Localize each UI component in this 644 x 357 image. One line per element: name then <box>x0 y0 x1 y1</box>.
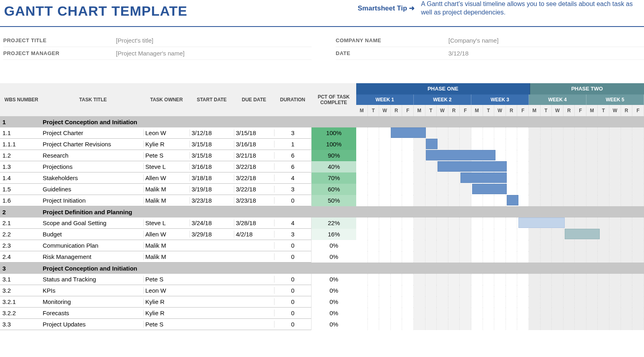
col-header-title: TASK TITLE <box>43 97 143 103</box>
gantt-row <box>356 240 644 251</box>
task-row[interactable]: 3.2.2ForecastsKylie R00% <box>0 308 356 319</box>
gantt-row <box>356 296 644 308</box>
task-row[interactable]: 1.5GuidelinesMalik M3/19/183/22/18360% <box>0 184 356 195</box>
day-header: R <box>391 105 402 116</box>
week-header: WEEK 3 <box>471 94 529 105</box>
day-header: W <box>437 105 448 116</box>
day-header: T <box>483 105 495 116</box>
col-header-start: START DATE <box>190 97 234 103</box>
week-header: WEEK 1 <box>356 94 414 105</box>
date-label: DATE <box>336 50 448 56</box>
page-title: GANTT CHART TEMPLATE <box>0 0 358 24</box>
task-row[interactable]: 3.3Project UpdatesPete S00% <box>0 319 356 330</box>
gantt-row <box>356 195 644 206</box>
week-header: WEEK 2 <box>414 94 471 105</box>
company-name-value[interactable]: [Company's name] <box>448 37 499 44</box>
gantt-row <box>356 150 644 161</box>
project-title-label: PROJECT TITLE <box>3 37 116 43</box>
col-header-owner: TASK OWNER <box>143 97 190 103</box>
task-row[interactable]: 2.3Communication PlanMalik M00% <box>0 240 356 251</box>
gantt-row <box>356 139 644 150</box>
day-header: M <box>471 105 483 116</box>
gantt-bar[interactable] <box>565 229 599 239</box>
day-header: F <box>517 105 529 116</box>
task-row[interactable]: 2.4Risk ManagementMalik M00% <box>0 251 356 263</box>
day-header: R <box>564 105 575 116</box>
gantt-row <box>356 285 644 296</box>
gantt-row <box>356 251 644 263</box>
col-header-duration: DURATION <box>274 97 311 103</box>
gantt-row <box>356 229 644 240</box>
day-header: R <box>621 105 633 116</box>
gantt-row <box>356 308 644 319</box>
day-header: T <box>541 105 552 116</box>
day-header: W <box>552 105 564 116</box>
gantt-bar[interactable] <box>518 217 565 228</box>
gantt-row <box>356 116 644 127</box>
task-row[interactable]: 1.4StakeholdersAllen W3/18/183/22/18470% <box>0 172 356 184</box>
day-header: F <box>460 105 471 116</box>
day-header: M <box>529 105 541 116</box>
gantt-bar[interactable] <box>472 184 507 194</box>
gantt-bar[interactable] <box>507 195 518 205</box>
day-header: F <box>575 105 586 116</box>
day-header: F <box>632 105 644 116</box>
day-header: W <box>494 105 506 116</box>
gantt-row <box>356 127 644 139</box>
week-header: WEEK 5 <box>586 94 644 105</box>
gantt-row <box>356 263 644 274</box>
week-header: WEEK 4 <box>529 94 586 105</box>
gantt-row <box>356 206 644 217</box>
day-header: R <box>506 105 518 116</box>
task-row[interactable]: 1.6Project InitiationMalik M3/23/183/23/… <box>0 195 356 206</box>
tip-text: A Gantt chart's visual timeline allows y… <box>421 0 638 17</box>
task-row[interactable]: 1.1.1Project Charter RevisionsKylie R3/1… <box>0 139 356 150</box>
day-header: F <box>402 105 414 116</box>
task-row[interactable]: 3.2KPIsLeon W00% <box>0 285 356 296</box>
task-table: WBS NUMBER TASK TITLE TASK OWNER START D… <box>0 83 356 330</box>
col-header-due: DUE DATE <box>234 97 274 103</box>
project-manager-value[interactable]: [Project Manager's name] <box>116 50 184 57</box>
gantt-bar[interactable] <box>460 172 507 183</box>
day-header: W <box>609 105 621 116</box>
gantt-row <box>356 161 644 172</box>
day-header: M <box>356 105 368 116</box>
task-row[interactable]: 2.1Scope and Goal SettingSteve L3/24/183… <box>0 217 356 229</box>
section-row: 1Project Conception and Initiation <box>0 116 356 127</box>
task-row[interactable]: 1.1Project CharterLeon W3/12/183/15/1831… <box>0 127 356 139</box>
gantt-bar[interactable] <box>426 139 438 149</box>
task-row[interactable]: 3.1Status and TrackingPete S00% <box>0 274 356 285</box>
section-row: 2Project Definition and Planning <box>0 206 356 217</box>
gantt-bar[interactable] <box>391 127 425 138</box>
gantt-bar[interactable] <box>426 150 495 160</box>
date-value[interactable]: 3/12/18 <box>448 50 469 57</box>
gantt-row <box>356 217 644 229</box>
section-row: 3Project Conception and Initiation <box>0 263 356 274</box>
phase-header: PHASE ONE <box>356 83 530 94</box>
gantt-row <box>356 319 644 330</box>
day-header: R <box>448 105 460 116</box>
col-header-pct: PCT OF TASK COMPLETE <box>311 94 356 105</box>
task-row[interactable]: 3.2.1MonitoringKylie R00% <box>0 296 356 308</box>
gantt-timeline: PHASE ONEPHASE TWOWEEK 1WEEK 2WEEK 3WEEK… <box>356 83 644 330</box>
company-name-label: COMPANY NAME <box>336 37 448 43</box>
gantt-row <box>356 274 644 285</box>
gantt-row <box>356 184 644 195</box>
day-header: M <box>414 105 425 116</box>
gantt-bar[interactable] <box>438 161 507 172</box>
project-manager-label: PROJECT MANAGER <box>3 50 116 56</box>
col-header-wbs: WBS NUMBER <box>0 97 43 103</box>
day-header: M <box>586 105 598 116</box>
gantt-chart: WBS NUMBER TASK TITLE TASK OWNER START D… <box>0 83 644 330</box>
day-header: T <box>368 105 380 116</box>
smartsheet-tip-link[interactable]: Smartsheet Tip ➜ <box>358 4 415 12</box>
phase-header: PHASE TWO <box>530 83 644 94</box>
day-header: T <box>425 105 437 116</box>
task-row[interactable]: 1.2ResearchPete S3/15/183/21/18690% <box>0 150 356 161</box>
project-title-value[interactable]: [Project's title] <box>116 37 153 44</box>
day-header: T <box>598 105 609 116</box>
day-header: W <box>379 105 391 116</box>
gantt-row <box>356 172 644 184</box>
task-row[interactable]: 2.2BudgetAllen W3/29/184/2/18316% <box>0 229 356 240</box>
task-row[interactable]: 1.3ProjectionsSteve L3/16/183/22/18640% <box>0 161 356 172</box>
